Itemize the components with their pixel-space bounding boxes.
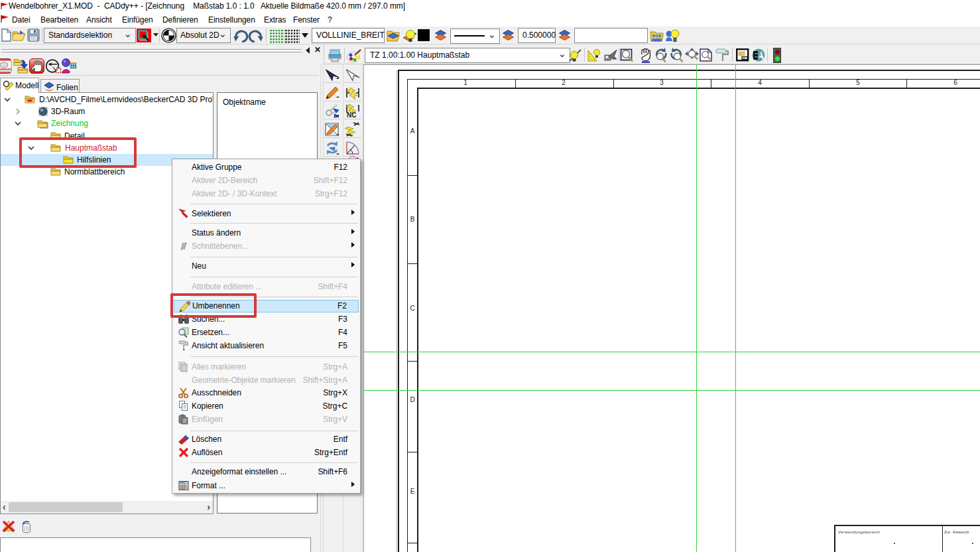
svg-text:NC: NC <box>347 111 356 119</box>
